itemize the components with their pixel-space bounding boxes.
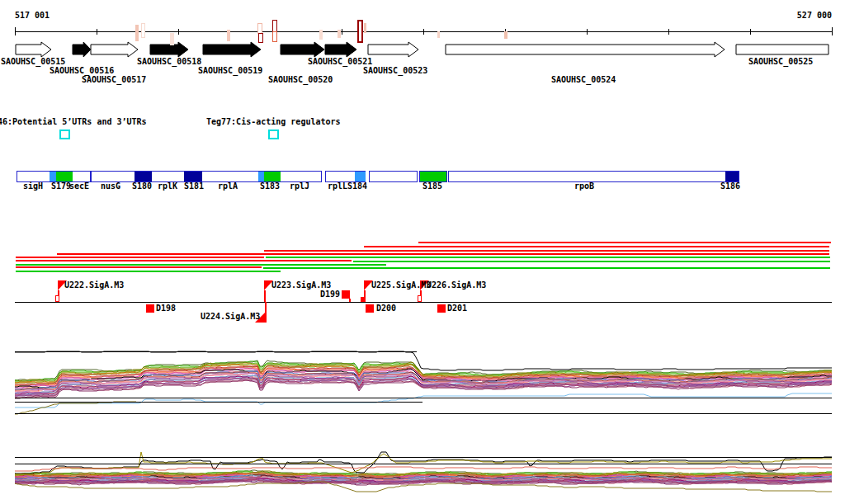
feature-label: S181 <box>184 182 204 191</box>
variant-mark[interactable] <box>227 30 230 41</box>
gene-SAOUHSC_00519[interactable] <box>203 42 261 57</box>
panel-axis-line <box>15 402 422 403</box>
terminator-square-D200[interactable] <box>366 304 374 313</box>
ruler-tick <box>832 27 833 35</box>
tss-pole-down <box>265 302 267 323</box>
feature-label: S179 <box>51 182 71 191</box>
gene-label: SAOUHSC_00515 <box>1 58 65 66</box>
tss-label: U223.SigA.M3 <box>271 281 331 290</box>
feature-segment[interactable] <box>56 172 73 181</box>
feature-segment[interactable] <box>258 172 264 181</box>
gene-SAOUHSC_00518[interactable] <box>150 42 188 57</box>
tss-pole <box>264 290 266 302</box>
gene-label: SAOUHSC_00516 <box>50 67 114 75</box>
variant-mark[interactable] <box>338 30 341 38</box>
transcript-line-forward[interactable] <box>364 246 829 247</box>
variant-mark[interactable] <box>170 33 174 45</box>
feature-label: S184 <box>347 182 367 191</box>
gene-label: SAOUHSC_00520 <box>268 76 333 84</box>
transcript-line-reverse[interactable] <box>266 257 830 258</box>
utr-track-box[interactable] <box>59 130 70 139</box>
transcript-line-forward[interactable] <box>418 242 831 243</box>
gene-label: SAOUHSC_00518 <box>137 58 201 66</box>
transcript-line-reverse[interactable] <box>16 271 281 272</box>
feature-segment[interactable] <box>355 172 366 181</box>
feature-label: S186 <box>720 182 740 191</box>
feature-segment[interactable] <box>184 172 202 181</box>
expression-series-highlight <box>15 351 832 370</box>
gene-SAOUHSC_00523[interactable] <box>368 42 418 57</box>
transcript-line-forward[interactable] <box>57 253 829 255</box>
gene-SAOUHSC_00515[interactable] <box>16 42 51 57</box>
gene-SAOUHSC_00525[interactable] <box>736 45 828 54</box>
variant-mark[interactable] <box>141 23 145 38</box>
gene-SAOUHSC_00524[interactable] <box>446 42 725 57</box>
transcript-line-forward[interactable] <box>16 266 262 268</box>
terminator-label: D200 <box>376 304 396 313</box>
panel-axis-line <box>15 457 832 458</box>
terminator-pole <box>349 299 351 302</box>
tss-label: U225.SigA.M3 <box>371 281 431 290</box>
gene-label: SAOUHSC_00525 <box>748 58 813 66</box>
gene-label: SAOUHSC_00521 <box>308 58 372 66</box>
ruler-tick <box>15 27 16 35</box>
ruler-tick <box>423 29 424 35</box>
transcript-line-forward[interactable] <box>16 257 264 258</box>
feature-label: sigH <box>23 182 43 191</box>
feature-segment[interactable] <box>50 172 56 181</box>
terminator-square-D198[interactable] <box>146 304 154 313</box>
feature-label: S185 <box>422 182 442 191</box>
feature-box[interactable] <box>448 171 739 182</box>
variant-mark[interactable] <box>364 23 366 33</box>
variant-mark[interactable] <box>272 31 277 42</box>
terminator-label: D198 <box>156 304 176 313</box>
feature-segment[interactable] <box>264 172 281 181</box>
variant-mark[interactable] <box>437 31 440 38</box>
feature-box[interactable] <box>91 171 322 182</box>
feature-box[interactable] <box>369 171 418 182</box>
ruler-tick <box>668 29 669 35</box>
terminator-square-D201[interactable] <box>437 304 446 313</box>
expression-series-highlight <box>15 393 832 407</box>
ruler-tick <box>587 29 588 35</box>
gene-label: SAOUHSC_00523 <box>363 67 427 75</box>
feature-segment[interactable] <box>135 172 152 181</box>
panel-axis-line <box>15 464 832 464</box>
regulator-track-box[interactable] <box>268 130 279 139</box>
gene-SAOUHSC_00516[interactable] <box>73 42 91 57</box>
transcript-line-forward[interactable] <box>16 260 352 261</box>
gene-SAOUHSC_00521[interactable] <box>325 42 356 57</box>
transcript-line-reverse[interactable] <box>353 261 830 262</box>
gene-label: SAOUHSC_00524 <box>551 76 616 84</box>
terminator-square-D199[interactable] <box>342 290 350 299</box>
tss-label: U224.SigA.M3 <box>201 313 260 321</box>
gene-label: SAOUHSC_00517 <box>82 76 146 84</box>
tss-label: U226.SigA.M3 <box>427 281 486 290</box>
terminator-label: D201 <box>447 304 467 313</box>
gene-label: SAOUHSC_00519 <box>198 67 262 75</box>
gene-SAOUHSC_00517[interactable] <box>91 42 138 57</box>
variant-mark[interactable] <box>135 25 139 41</box>
variant-mark[interactable] <box>319 30 323 40</box>
feature-label: secE <box>69 182 89 191</box>
ruler-tick <box>97 29 97 35</box>
ruler-tick <box>750 29 751 35</box>
feature-segment[interactable] <box>725 172 739 181</box>
gene-SAOUHSC_00520[interactable] <box>281 42 324 57</box>
variant-mark[interactable] <box>357 20 363 43</box>
ruler-tick <box>342 29 342 35</box>
variant-mark[interactable] <box>504 31 507 39</box>
transcript-line-reverse[interactable] <box>263 267 830 269</box>
variant-mark[interactable] <box>258 33 263 43</box>
feature-segment[interactable] <box>420 172 446 181</box>
transcript-line-forward[interactable] <box>264 250 829 252</box>
feature-label: rplA <box>218 182 238 191</box>
panel-axis-line <box>15 413 832 414</box>
utr-track-label: 46:Potential 5’UTRs and 3’UTRs <box>0 118 147 126</box>
tss-label: U222.SigA.M3 <box>64 281 124 290</box>
feature-label: nusG <box>101 182 120 191</box>
transcript-line-reverse[interactable] <box>16 264 386 266</box>
feature-label: rplK <box>158 182 177 191</box>
feature-label: rplL <box>328 182 347 191</box>
feature-label: rplJ <box>290 182 309 191</box>
